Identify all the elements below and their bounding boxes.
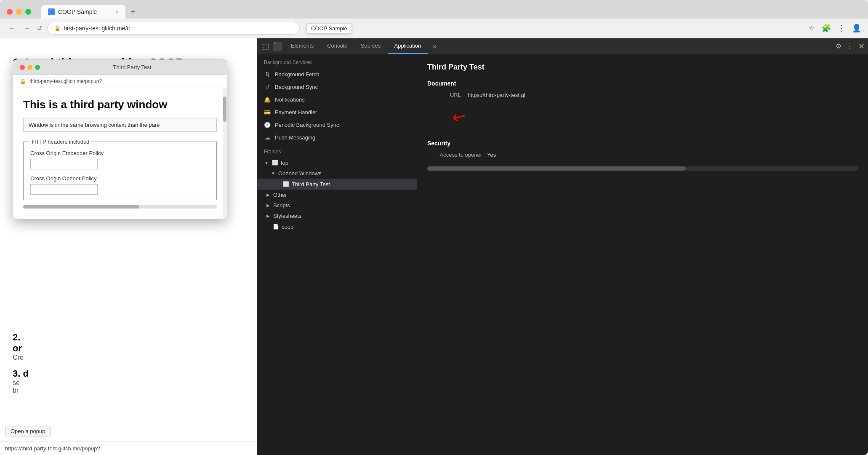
section2-heading: 2. (13, 332, 244, 343)
sidebar-item-bg-fetch[interactable]: ⇅ Background Fetch (257, 68, 417, 80)
star-icon[interactable]: ☆ (808, 24, 815, 33)
devtools-tabs: ⬚ ⬛ Elements Console Sources Application… (257, 38, 868, 54)
lock-icon: 🔒 (54, 25, 61, 31)
popup-title: Third Party Test (44, 64, 220, 70)
popup-input-coep[interactable] (30, 159, 98, 169)
open-popup-area: Open a popup (5, 426, 51, 436)
devtools-select-icon[interactable]: ⬚ (261, 40, 271, 53)
tab-application[interactable]: Application (388, 38, 428, 54)
browser-window: 🔷 COOP Sample × + ← → ↺ 🔒 first-party-te… (0, 0, 868, 455)
access-to-opener-value: Yes (487, 152, 496, 158)
sidebar-item-coop[interactable]: 📄 coop (257, 221, 417, 232)
popup-info-box: Window is in the same browsing context t… (23, 118, 217, 132)
maximize-button[interactable] (25, 9, 31, 15)
toolbar-actions: ☆ 🧩 ⋮ 👤 (808, 24, 861, 33)
menu-icon[interactable]: ⋮ (838, 24, 845, 33)
popup-main-heading: This is a third party window (23, 98, 217, 111)
popup-fieldset: HTTP headers included Cross Origin Embed… (23, 139, 217, 200)
panel-title: Third Party Test (427, 63, 858, 72)
section3-sub1: se (13, 379, 244, 387)
address-text: first-party-test.glitch.me/c (64, 25, 130, 32)
push-messaging-icon: ☁ (264, 134, 271, 141)
popup-min-btn[interactable] (27, 65, 32, 70)
document-section-title: Document (427, 80, 858, 87)
popup-vertical-scrollbar[interactable] (223, 88, 227, 219)
opened-windows-toggle-icon[interactable]: ▼ (271, 171, 276, 176)
stylesheets-toggle-icon[interactable]: ▶ (266, 214, 271, 218)
popup-traffic-lights (20, 65, 40, 70)
new-tab-button[interactable]: + (127, 5, 139, 19)
devtools-sidebar: Background Services ⇅ Background Fetch ↺… (257, 54, 417, 455)
sidebar-item-stylesheets[interactable]: ▶ Stylesheets (257, 211, 417, 221)
section2-or: or (13, 343, 244, 354)
red-arrow-icon: ↙ (449, 104, 471, 128)
tab-favicon: 🔷 (48, 8, 55, 15)
devtools-more-icon[interactable]: ⋮ (847, 42, 853, 50)
url-label: URL (427, 92, 461, 98)
popup-field2-label: Cross Origin Opener Policy (30, 175, 210, 182)
reload-button[interactable]: ↺ (37, 25, 42, 32)
profile-icon[interactable]: 👤 (852, 24, 861, 33)
browser-content: 1. Load this page with a COOP he Cro (0, 38, 868, 455)
sidebar-item-push-messaging[interactable]: ☁ Push Messaging (257, 131, 417, 144)
extensions-icon[interactable]: 🧩 (822, 24, 831, 33)
tab-close-icon[interactable]: × (116, 9, 119, 15)
tab-coop-sample[interactable]: 🔷 COOP Sample × (41, 5, 125, 19)
popup-fieldset-legend: HTTP headers included (30, 139, 91, 145)
other-toggle-icon[interactable]: ▶ (266, 193, 271, 197)
sidebar-item-bg-sync[interactable]: ↺ Background Sync (257, 80, 417, 93)
notifications-icon: 🔔 (264, 96, 271, 103)
popup-scrollbar[interactable] (23, 205, 217, 209)
popup-vscroll-thumb (223, 96, 226, 122)
title-bar: 🔷 COOP Sample × + (0, 0, 868, 19)
address-bar[interactable]: 🔒 first-party-test.glitch.me/c (47, 22, 300, 35)
minimize-button[interactable] (16, 9, 22, 15)
sidebar-item-third-party-test[interactable]: ⬜ Third Party Test (257, 179, 417, 190)
devtools-main-panel: Third Party Test Document URL https://th… (417, 54, 868, 455)
devtools-panel: ⬚ ⬛ Elements Console Sources Application… (257, 38, 868, 455)
document-section: Document URL https://third-party-test.gl (427, 80, 858, 98)
popup-lock-icon: 🔒 (20, 78, 26, 84)
popup-title-bar: Third Party Test (13, 60, 227, 75)
section3-sub2: br (13, 387, 244, 394)
payment-handler-icon: 💳 (264, 109, 271, 115)
popup-max-btn[interactable] (35, 65, 40, 70)
sidebar-item-scripts[interactable]: ▶ Scripts (257, 200, 417, 211)
popup-input-coop[interactable] (30, 184, 98, 195)
back-button[interactable]: ← (7, 23, 17, 34)
devtools-more-tabs[interactable]: » (429, 39, 440, 54)
url-value: https://third-party-test.gl (468, 92, 525, 98)
section3-heading: 3. d (13, 368, 244, 379)
sidebar-item-payment-handler[interactable]: 💳 Payment Handler (257, 106, 417, 118)
devtools-actions: ⚙ ⋮ ✕ (836, 42, 865, 51)
open-popup-button[interactable]: Open a popup (5, 426, 51, 436)
sidebar-item-notifications[interactable]: 🔔 Notifications (257, 93, 417, 106)
popup-url: third-party-test.glitch.me/popup? (29, 78, 102, 84)
sidebar-item-opened-windows[interactable]: ▼ Opened Windows (257, 168, 417, 179)
panel-scrollbar (427, 166, 858, 171)
section2-label: Cro (13, 354, 244, 361)
sidebar-item-periodic-bg-sync[interactable]: 🕐 Periodic Background Sync (257, 118, 417, 131)
sidebar-item-top[interactable]: ▼ ⬜ top (257, 157, 417, 168)
bg-services-header: Background Services (257, 54, 417, 68)
tabs-row: 🔷 COOP Sample × + (7, 5, 861, 19)
access-to-opener-row: Access to opener Yes (427, 152, 858, 158)
popup-close-btn[interactable] (20, 65, 25, 70)
sidebar-item-other[interactable]: ▶ Other (257, 190, 417, 200)
devtools-body: Background Services ⇅ Background Fetch ↺… (257, 54, 868, 455)
popup-url-bar: 🔒 third-party-test.glitch.me/popup? (13, 75, 227, 88)
devtools-close-icon[interactable]: ✕ (858, 42, 865, 51)
top-toggle-icon[interactable]: ▼ (264, 161, 269, 165)
scripts-toggle-icon[interactable]: ▶ (266, 203, 271, 208)
browser-toolbar: ← → ↺ 🔒 first-party-test.glitch.me/c COO… (0, 19, 868, 38)
panel-scrollbar-track[interactable] (427, 166, 858, 171)
devtools-device-icon[interactable]: ⬛ (271, 40, 284, 53)
tab-console[interactable]: Console (320, 38, 354, 54)
address-tooltip: COOP Sample (306, 23, 352, 34)
forward-button[interactable]: → (22, 23, 32, 34)
tab-elements[interactable]: Elements (284, 38, 320, 54)
tab-sources[interactable]: Sources (354, 38, 388, 54)
access-to-opener-label: Access to opener (427, 152, 482, 158)
close-button[interactable] (7, 9, 13, 15)
devtools-settings-icon[interactable]: ⚙ (836, 42, 841, 50)
